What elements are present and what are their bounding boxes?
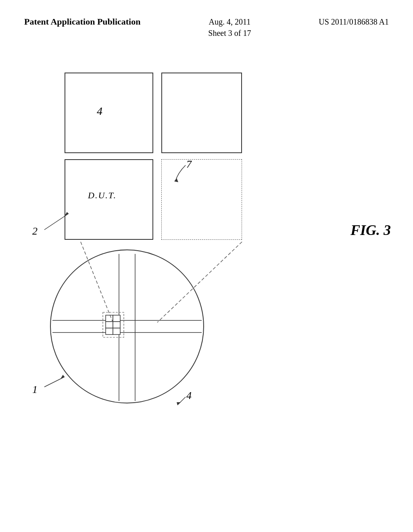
sheet-info: Sheet 3 of 17 (208, 29, 251, 37)
svg-text:1: 1 (32, 384, 38, 395)
svg-marker-20 (177, 402, 181, 405)
label-2-arrow: 2 (32, 206, 85, 238)
label-7-arrow: 7 (153, 161, 202, 193)
dut-label: D.U.T. (88, 190, 117, 201)
publication-title: Patent Application Publication (24, 16, 140, 28)
fig-label: FIG. 3 (350, 222, 391, 239)
svg-text:2: 2 (32, 225, 38, 237)
svg-rect-11 (106, 322, 113, 328)
page-header: Patent Application Publication Aug. 4, 2… (0, 16, 413, 39)
publication-date: Aug. 4, 2011 (209, 17, 251, 26)
svg-text:7: 7 (186, 158, 192, 170)
svg-marker-18 (60, 375, 65, 379)
label-4-top: 4 (97, 105, 102, 118)
top-right-rect (161, 73, 242, 153)
svg-rect-10 (113, 315, 120, 322)
diagram-area: 4 D.U.T. 7 2 FIG. 3 (0, 60, 413, 532)
label-4b-arrow: 4 (173, 391, 206, 411)
svg-rect-9 (106, 315, 113, 322)
svg-text:4: 4 (186, 390, 192, 401)
svg-rect-13 (106, 328, 113, 335)
svg-rect-12 (113, 322, 120, 328)
top-left-rect (65, 73, 153, 153)
header-center: Aug. 4, 2011 Sheet 3 of 17 (208, 16, 251, 39)
patent-number: US 2011/0186838 A1 (319, 16, 389, 27)
svg-marker-0 (174, 178, 178, 182)
svg-rect-14 (113, 328, 120, 335)
label-1-arrow: 1 (32, 367, 81, 399)
